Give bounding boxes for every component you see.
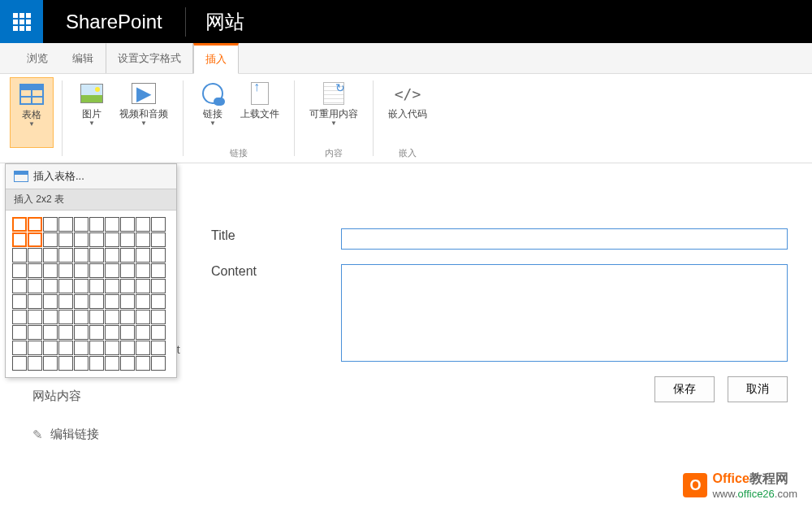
grid-cell[interactable] (43, 232, 58, 247)
grid-cell[interactable] (120, 232, 135, 247)
grid-cell[interactable] (136, 217, 150, 232)
grid-cell[interactable] (105, 248, 119, 263)
grid-cell[interactable] (74, 279, 89, 293)
cancel-button[interactable]: 取消 (728, 376, 788, 402)
grid-cell[interactable] (58, 325, 73, 340)
grid-cell[interactable] (136, 294, 150, 309)
tab-browse[interactable]: 浏览 (15, 43, 60, 73)
nav-site-contents[interactable]: 网站内容 (32, 389, 99, 404)
grid-cell[interactable] (151, 232, 166, 247)
grid-cell[interactable] (74, 294, 89, 309)
grid-cell[interactable] (12, 310, 27, 324)
grid-cell[interactable] (136, 232, 150, 247)
insert-video-audio-button[interactable]: ▶ 视频和音频 ▼ (113, 77, 175, 148)
grid-cell[interactable] (89, 356, 104, 371)
grid-cell[interactable] (151, 325, 166, 340)
grid-cell[interactable] (120, 263, 135, 278)
grid-cell[interactable] (74, 325, 89, 340)
embed-code-button[interactable]: </> 嵌入代码 (382, 77, 434, 145)
grid-cell[interactable] (151, 263, 166, 278)
grid-cell[interactable] (120, 325, 135, 340)
grid-cell[interactable] (120, 294, 135, 309)
grid-cell[interactable] (89, 232, 104, 247)
grid-cell[interactable] (28, 263, 42, 278)
grid-cell[interactable] (120, 279, 135, 293)
grid-cell[interactable] (58, 263, 73, 278)
grid-cell[interactable] (43, 217, 58, 232)
grid-cell[interactable] (58, 248, 73, 263)
grid-cell[interactable] (136, 248, 150, 263)
grid-cell[interactable] (74, 232, 89, 247)
grid-cell[interactable] (136, 263, 150, 278)
grid-cell[interactable] (28, 232, 42, 247)
grid-cell[interactable] (58, 356, 73, 371)
grid-cell[interactable] (151, 356, 166, 371)
grid-cell[interactable] (12, 294, 27, 309)
grid-cell[interactable] (89, 263, 104, 278)
grid-cell[interactable] (12, 325, 27, 340)
grid-cell[interactable] (43, 356, 58, 371)
upload-file-button[interactable]: 上载文件 (234, 77, 286, 145)
grid-cell[interactable] (74, 341, 89, 355)
grid-cell[interactable] (105, 356, 119, 371)
grid-cell[interactable] (58, 294, 73, 309)
tab-insert[interactable]: 插入 (193, 43, 239, 74)
grid-cell[interactable] (89, 310, 104, 324)
grid-cell[interactable] (89, 217, 104, 232)
insert-table-button[interactable]: 表格 ▼ (10, 77, 54, 148)
tab-format-text[interactable]: 设置文字格式 (106, 43, 193, 73)
grid-cell[interactable] (74, 263, 89, 278)
grid-cell[interactable] (105, 263, 119, 278)
grid-cell[interactable] (151, 310, 166, 324)
grid-cell[interactable] (89, 279, 104, 293)
grid-cell[interactable] (136, 279, 150, 293)
grid-cell[interactable] (58, 341, 73, 355)
grid-cell[interactable] (58, 310, 73, 324)
grid-cell[interactable] (105, 325, 119, 340)
title-input[interactable] (341, 228, 788, 250)
grid-cell[interactable] (105, 341, 119, 355)
grid-cell[interactable] (28, 325, 42, 340)
grid-cell[interactable] (43, 263, 58, 278)
grid-cell[interactable] (43, 325, 58, 340)
grid-cell[interactable] (105, 310, 119, 324)
insert-link-button[interactable]: 链接 ▼ (192, 77, 234, 145)
grid-cell[interactable] (151, 279, 166, 293)
nav-edit-links[interactable]: ✎ 编辑链接 (32, 427, 99, 442)
grid-cell[interactable] (12, 341, 27, 355)
save-button[interactable]: 保存 (654, 376, 715, 402)
grid-cell[interactable] (136, 341, 150, 355)
grid-cell[interactable] (105, 217, 119, 232)
reusable-content-button[interactable]: 可重用内容 ▼ (303, 77, 365, 145)
grid-cell[interactable] (151, 341, 166, 355)
grid-cell[interactable] (74, 310, 89, 324)
grid-cell[interactable] (136, 356, 150, 371)
grid-cell[interactable] (58, 279, 73, 293)
grid-cell[interactable] (151, 248, 166, 263)
grid-cell[interactable] (43, 279, 58, 293)
grid-cell[interactable] (12, 232, 27, 247)
grid-cell[interactable] (43, 248, 58, 263)
grid-cell[interactable] (12, 263, 27, 278)
grid-cell[interactable] (105, 232, 119, 247)
grid-cell[interactable] (120, 217, 135, 232)
grid-cell[interactable] (136, 325, 150, 340)
grid-cell[interactable] (105, 279, 119, 293)
grid-cell[interactable] (89, 341, 104, 355)
content-editor[interactable] (341, 264, 788, 362)
grid-cell[interactable] (12, 356, 27, 371)
grid-cell[interactable] (120, 356, 135, 371)
grid-cell[interactable] (89, 325, 104, 340)
grid-cell[interactable] (120, 248, 135, 263)
grid-cell[interactable] (120, 310, 135, 324)
grid-cell[interactable] (89, 248, 104, 263)
grid-cell[interactable] (74, 248, 89, 263)
table-size-grid[interactable] (6, 211, 176, 377)
grid-cell[interactable] (28, 310, 42, 324)
grid-cell[interactable] (105, 294, 119, 309)
grid-cell[interactable] (12, 217, 27, 232)
grid-cell[interactable] (43, 341, 58, 355)
grid-cell[interactable] (58, 217, 73, 232)
grid-cell[interactable] (58, 232, 73, 247)
grid-cell[interactable] (151, 217, 166, 232)
